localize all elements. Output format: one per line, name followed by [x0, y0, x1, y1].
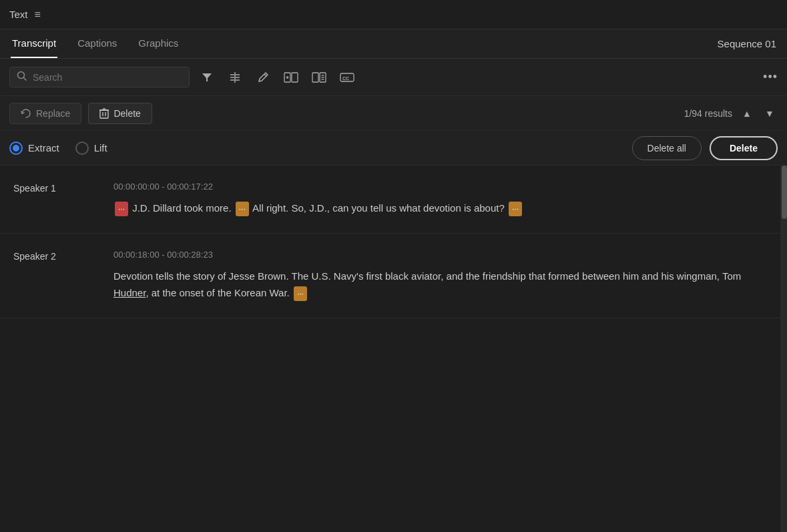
svg-text:CC: CC	[342, 76, 349, 81]
top-bar: Text ≡	[0, 0, 787, 29]
extract-option[interactable]: Extract	[9, 142, 59, 155]
pen-icon[interactable]	[252, 67, 274, 88]
speaker-2-name: Speaker 2	[13, 250, 100, 302]
extract-label: Extract	[28, 142, 59, 154]
results-info: 1/94 results ▲ ▼	[684, 105, 778, 121]
lift-option[interactable]: Lift	[75, 142, 107, 155]
scrollbar-track[interactable]	[780, 166, 787, 532]
text-hudner: Hudner	[113, 287, 146, 298]
delete-button[interactable]: Delete	[88, 103, 152, 124]
extract-row: Extract Lift Delete all Delete	[0, 131, 787, 166]
speaker-2-timestamp: 00:00:18:00 - 00:00:28:23	[113, 250, 774, 260]
transcript-content: Speaker 1 00:00:00:00 - 00:00:17:22 ··· …	[0, 166, 787, 532]
speaker-1-text: ··· J.D. Dillard took more. ··· All righ…	[113, 200, 774, 217]
trash-icon	[99, 108, 109, 119]
toolbar-row: CC •••	[0, 59, 787, 96]
speaker-block-1: Speaker 1 00:00:00:00 - 00:00:17:22 ··· …	[0, 166, 787, 234]
delete-all-button[interactable]: Delete all	[632, 136, 702, 160]
tag-orange-3: ···	[294, 286, 307, 301]
speaker-2-text: Devotion tells the story of Jesse Brown.…	[113, 268, 774, 302]
extract-radio[interactable]	[9, 142, 23, 155]
speaker-block-2: Speaker 2 00:00:18:00 - 00:00:28:23 Devo…	[0, 234, 787, 318]
speaker-1-name: Speaker 1	[13, 182, 100, 217]
replace-icon	[21, 108, 31, 119]
search-box[interactable]	[9, 67, 190, 87]
tab-transcript[interactable]: Transcript	[11, 29, 57, 58]
text-segment-1: J.D. Dillard took more.	[132, 202, 234, 214]
scrollbar-thumb[interactable]	[782, 166, 787, 219]
lift-radio[interactable]	[75, 142, 89, 155]
replace-button[interactable]: Replace	[9, 103, 81, 124]
delete-main-button[interactable]: Delete	[710, 136, 778, 160]
svg-line-1	[24, 78, 27, 81]
search-icon	[17, 71, 27, 83]
svg-rect-22	[100, 110, 108, 118]
more-options-icon[interactable]: •••	[763, 70, 778, 84]
sequence-label: Sequence 01	[718, 38, 776, 49]
filter-icon[interactable]	[196, 67, 218, 88]
tab-captions[interactable]: Captions	[76, 29, 118, 58]
text-segment-4: , at the onset of the Korean War.	[146, 287, 292, 298]
tag-red-1: ···	[115, 202, 128, 216]
speaker-2-content: 00:00:18:00 - 00:00:28:23 Devotion tells…	[113, 250, 774, 302]
svg-rect-15	[312, 73, 318, 82]
split-icon[interactable]	[224, 67, 246, 88]
tab-bar: Transcript Captions Graphics Sequence 01	[0, 29, 787, 59]
prev-result-button[interactable]: ▲	[739, 105, 755, 121]
scene-edit-icon[interactable]	[280, 67, 302, 88]
tag-orange-2: ···	[509, 202, 522, 216]
speaker-1-timestamp: 00:00:00:00 - 00:00:17:22	[113, 182, 774, 192]
text-segment-2: All right. So, J.D., can you tell us wha…	[252, 202, 507, 214]
menu-icon[interactable]: ≡	[35, 9, 41, 21]
tab-graphics[interactable]: Graphics	[137, 29, 180, 58]
speaker-1-content: 00:00:00:00 - 00:00:17:22 ··· J.D. Dilla…	[113, 182, 774, 217]
cc-icon[interactable]: CC	[336, 67, 358, 88]
scene-edit-2-icon[interactable]	[308, 67, 330, 88]
text-segment-3: Devotion tells the story of Jesse Brown.…	[113, 270, 741, 282]
tabs: Transcript Captions Graphics	[11, 29, 180, 58]
action-row: Replace Delete 1/94 results ▲ ▼	[0, 96, 787, 131]
app-title: Text	[9, 9, 28, 20]
search-input[interactable]	[33, 72, 182, 83]
next-result-button[interactable]: ▼	[762, 105, 778, 121]
svg-marker-2	[202, 73, 212, 81]
lift-label: Lift	[94, 142, 107, 154]
results-text: 1/94 results	[684, 108, 732, 119]
svg-rect-12	[292, 73, 298, 82]
svg-line-10	[264, 74, 266, 76]
extract-actions: Delete all Delete	[632, 136, 778, 160]
tag-orange-1: ···	[236, 202, 249, 216]
